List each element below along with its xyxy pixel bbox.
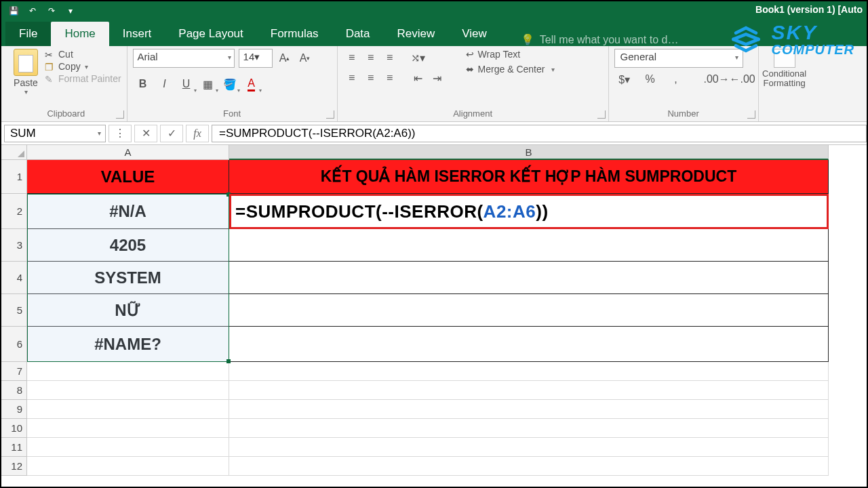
underline-button[interactable]: U▾ (176, 75, 197, 94)
align-left-button[interactable]: ≡ (343, 69, 361, 87)
row-header[interactable]: 7 (1, 362, 27, 381)
cell-a12[interactable] (27, 457, 229, 476)
tab-review[interactable]: Review (384, 22, 449, 46)
tab-insert[interactable]: Insert (109, 22, 165, 46)
cell-b5[interactable] (229, 294, 829, 327)
column-header-a[interactable]: A (27, 145, 229, 160)
cell-a7[interactable] (27, 362, 229, 381)
tab-file[interactable]: File (5, 22, 51, 46)
group-number: General▾ $▾ % , .00→ ←.00 Number (609, 46, 759, 121)
row-header[interactable]: 6 (1, 327, 27, 362)
row-header[interactable]: 9 (1, 400, 27, 419)
cell-b3[interactable] (229, 229, 829, 262)
tell-me-search[interactable]: 💡 Tell me what you want to d… (521, 33, 679, 46)
cell-a4[interactable]: SYSTEM (27, 262, 229, 294)
cut-button[interactable]: Cut (45, 49, 121, 60)
format-painter-button[interactable]: Format Painter (45, 73, 121, 84)
row-header[interactable]: 10 (1, 419, 27, 438)
row-header[interactable]: 1 (1, 160, 27, 194)
cell-b11[interactable] (229, 438, 829, 457)
align-right-button[interactable]: ≡ (381, 69, 399, 87)
cell-b2-formula-overlay[interactable]: =SUMPRODUCT(--ISERROR(A2:A6)) (229, 194, 829, 229)
increase-font-button[interactable]: A▴ (277, 49, 293, 68)
cell-b8[interactable] (229, 381, 829, 400)
cell-a6[interactable]: #NAME? (27, 327, 229, 362)
redo-icon[interactable]: ↷ (45, 4, 58, 18)
cell-a3[interactable]: 4205 (27, 229, 229, 262)
cell-b12[interactable] (229, 457, 829, 476)
tab-data[interactable]: Data (332, 22, 384, 46)
paste-button[interactable]: Paste ▾ (11, 49, 41, 96)
merge-center-button[interactable]: ⬌Merge & Center▾ (466, 64, 555, 75)
decrease-indent-button[interactable]: ⇤ (410, 69, 427, 87)
tab-home[interactable]: Home (51, 22, 108, 46)
cell-a5[interactable]: NỮ (27, 294, 229, 327)
align-center-button[interactable]: ≡ (362, 69, 380, 87)
cell-a9[interactable] (27, 400, 229, 419)
row-header[interactable]: 8 (1, 381, 27, 400)
enter-formula-button[interactable]: ✓ (160, 125, 183, 142)
row-header[interactable]: 2 (1, 194, 27, 229)
save-icon[interactable]: 💾 (7, 4, 20, 18)
cell-a11[interactable] (27, 438, 229, 457)
column-header-b[interactable]: B (229, 145, 829, 160)
document-title: Book1 (version 1) [Auto (755, 4, 863, 15)
undo-icon[interactable]: ↶ (26, 4, 39, 18)
number-format-select[interactable]: General▾ (614, 49, 743, 68)
cell-b10[interactable] (229, 419, 829, 438)
group-label-font: Font (133, 108, 332, 120)
select-all-corner[interactable] (1, 145, 27, 160)
copy-button[interactable]: Copy▾ (45, 61, 121, 72)
fill-color-button[interactable]: 🪣▾ (220, 75, 240, 94)
decrease-decimal-button[interactable]: ←.00 (732, 70, 753, 88)
cancel-formula-button[interactable]: ✕ (134, 125, 157, 142)
row-header[interactable]: 11 (1, 438, 27, 457)
conditional-formatting-icon (774, 49, 795, 68)
italic-button[interactable]: I (155, 75, 175, 94)
decrease-font-button[interactable]: A▾ (297, 49, 313, 68)
font-size-select[interactable]: 14▾ (239, 49, 273, 68)
formula-bar-input[interactable]: =SUMPRODUCT(--ISERROR(A2:A6)) (212, 125, 867, 142)
row-header[interactable]: 12 (1, 457, 27, 476)
align-top-button[interactable]: ≡ (343, 49, 361, 66)
increase-indent-button[interactable]: ⇥ (429, 69, 446, 87)
cell-b6[interactable] (229, 327, 829, 362)
three-dots-icon[interactable]: ⋮ (108, 125, 132, 142)
font-color-button[interactable]: A▾ (241, 75, 262, 94)
wrap-text-button[interactable]: ↩Wrap Text (466, 49, 555, 60)
tab-view[interactable]: View (448, 22, 500, 46)
cell-a10[interactable] (27, 419, 229, 438)
customize-qat-icon[interactable]: ▾ (64, 4, 77, 18)
dialog-launcher-icon[interactable] (326, 110, 334, 119)
worksheet-grid[interactable]: A B 1 VALUE KẾT QUẢ HÀM ISERROR KẾT HỢP … (1, 145, 867, 476)
row-header[interactable]: 4 (1, 262, 27, 294)
dialog-launcher-icon[interactable] (597, 110, 606, 119)
bold-button[interactable]: B (133, 75, 153, 94)
orientation-button[interactable]: ⤭▾ (410, 49, 427, 66)
cell-b9[interactable] (229, 400, 829, 419)
align-bottom-button[interactable]: ≡ (381, 49, 399, 66)
tab-formulas[interactable]: Formulas (257, 22, 332, 46)
cell-a1[interactable]: VALUE (27, 160, 229, 194)
increase-decimal-button[interactable]: .00→ (707, 70, 727, 88)
tab-page-layout[interactable]: Page Layout (165, 22, 256, 46)
align-middle-button[interactable]: ≡ (362, 49, 380, 66)
ribbon: Paste ▾ Cut Copy▾ Format Painter Clipboa… (1, 46, 867, 122)
comma-format-button[interactable]: , (666, 70, 686, 88)
cell-a2[interactable]: #N/A (27, 194, 229, 229)
accounting-format-button[interactable]: $▾ (614, 70, 635, 88)
cell-b4[interactable] (229, 262, 829, 294)
insert-function-button[interactable]: fx (186, 125, 209, 142)
conditional-formatting-button[interactable]: Conditional Formatting (764, 49, 805, 89)
dialog-launcher-icon[interactable] (116, 110, 124, 119)
name-box[interactable]: SUM▾ (4, 125, 106, 142)
row-header[interactable]: 3 (1, 229, 27, 262)
cell-a8[interactable] (27, 381, 229, 400)
font-name-select[interactable]: Arial▾ (133, 49, 235, 68)
percent-format-button[interactable]: % (640, 70, 660, 88)
borders-button[interactable]: ▦▾ (198, 75, 218, 94)
cell-b1[interactable]: KẾT QUẢ HÀM ISERROR KẾT HỢP HÀM SUMPRODU… (229, 160, 829, 194)
row-header[interactable]: 5 (1, 294, 27, 327)
dialog-launcher-icon[interactable] (747, 110, 755, 119)
cell-b7[interactable] (229, 362, 829, 381)
